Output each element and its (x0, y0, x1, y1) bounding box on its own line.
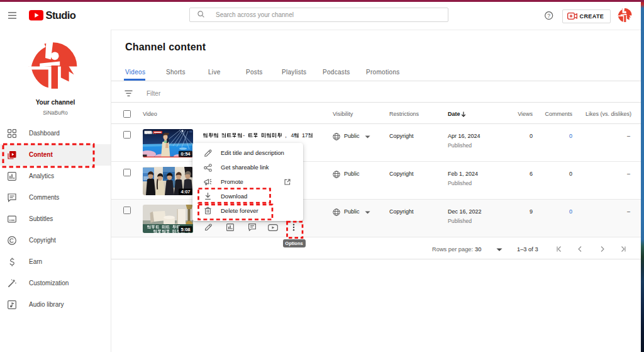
svg-text:,: , (285, 133, 287, 139)
svg-text:0:54: 0:54 (180, 151, 191, 157)
svg-text:5:08: 5:08 (180, 227, 190, 232)
svg-text:?: ? (547, 12, 550, 18)
svg-text:-: - (243, 133, 245, 139)
svg-text:7: 7 (305, 133, 308, 139)
svg-text:4: 4 (291, 133, 294, 139)
svg-text:4:07: 4:07 (180, 189, 190, 195)
